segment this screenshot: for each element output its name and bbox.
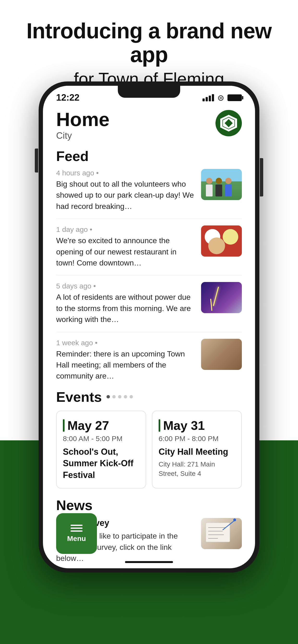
feed-divider	[56, 332, 242, 332]
feed-item-text: 5 days ago • A lot of residents are with…	[56, 282, 196, 325]
feed-image-food	[201, 226, 242, 256]
hamburger-icon	[71, 525, 83, 532]
home-title: Home	[56, 110, 109, 129]
battery-icon	[227, 94, 242, 101]
feed-item[interactable]: 5 days ago • A lot of residents are with…	[56, 282, 242, 325]
feed-section-title: Feed	[56, 148, 242, 164]
header-section: Introducing a brand new app for Town of …	[0, 19, 298, 89]
feed-image-storm	[201, 282, 242, 313]
feed-image-volunteers	[201, 169, 242, 200]
event-bar	[63, 419, 65, 432]
news-image-survey	[201, 518, 242, 549]
feed-item-text: 1 day ago • We're so excited to announce…	[56, 226, 196, 268]
events-dot-1[interactable]	[106, 395, 110, 398]
feed-time: 1 day ago •	[56, 226, 196, 234]
events-grid: May 27 8:00 AM - 5:00 PM School's Out, S…	[56, 411, 242, 489]
feed-body: Big shout out to all the volunteers who …	[56, 178, 196, 212]
phone-outer: 12:22 ⊜ Home	[39, 82, 259, 572]
feed-divider	[56, 218, 242, 219]
feed-body: We're so excited to announce the opening…	[56, 235, 196, 268]
svg-rect-3	[206, 523, 230, 542]
event-name-1: School's Out, Summer Kick-Off Festival	[63, 446, 139, 481]
feed-item-text: 1 week ago • Reminder: there is an upcom…	[56, 339, 196, 382]
event-location-2: City Hall: 271 Main Street, Suite 4	[159, 460, 235, 478]
news-section-title: News	[56, 497, 242, 513]
home-indicator	[125, 561, 173, 563]
home-header: Home City	[56, 110, 242, 141]
city-logo-icon	[219, 114, 238, 133]
feed-divider	[56, 275, 242, 275]
events-section-title: Events	[56, 389, 102, 405]
status-time: 12:22	[56, 92, 79, 103]
feed-time: 1 week ago •	[56, 339, 196, 347]
event-time-2: 6:00 PM - 8:00 PM	[159, 434, 235, 443]
phone-inner: 12:22 ⊜ Home	[43, 86, 255, 568]
app-content: Home City Feed	[43, 105, 255, 564]
event-card-2[interactable]: May 31 6:00 PM - 8:00 PM City Hall Meeti…	[152, 411, 242, 489]
event-card-1[interactable]: May 27 8:00 AM - 5:00 PM School's Out, S…	[56, 411, 146, 489]
feed-time: 5 days ago •	[56, 282, 196, 290]
events-dots	[106, 395, 133, 398]
wifi-icon: ⊜	[217, 93, 224, 102]
lightning-icon	[213, 287, 219, 306]
signal-icon	[203, 94, 214, 101]
bottom-menu: Menu	[56, 513, 97, 554]
feed-body: Reminder: there is an upcoming Town Hall…	[56, 348, 196, 382]
home-title-group: Home City	[56, 110, 109, 141]
svg-point-9	[233, 518, 236, 521]
event-name-2: City Hall Meeting	[159, 446, 235, 458]
event-date-2: May 31	[159, 418, 235, 433]
feed-image-townhall	[201, 339, 242, 370]
city-logo[interactable]	[215, 110, 242, 136]
events-dot-3[interactable]	[118, 395, 121, 398]
feed-time: 4 hours ago •	[56, 169, 196, 177]
feed-body: A lot of residents are without power due…	[56, 292, 196, 325]
feed-item[interactable]: 1 week ago • Reminder: there is an upcom…	[56, 339, 242, 382]
feed-item[interactable]: 1 day ago • We're so excited to announce…	[56, 226, 242, 268]
phone-mockup: 12:22 ⊜ Home	[39, 82, 259, 572]
event-time-1: 8:00 AM - 5:00 PM	[63, 434, 139, 443]
events-header: Events	[56, 389, 242, 405]
events-dot-2[interactable]	[112, 395, 116, 398]
header-title: Introducing a brand new app	[14, 19, 284, 66]
survey-illustration	[201, 518, 242, 549]
menu-label: Menu	[67, 534, 86, 543]
home-subtitle: City	[56, 130, 109, 141]
event-date-1: May 27	[63, 418, 139, 433]
phone-notch	[118, 86, 180, 98]
events-dot-5[interactable]	[129, 395, 133, 398]
menu-button[interactable]: Menu	[56, 513, 97, 554]
events-dot-4[interactable]	[124, 395, 127, 398]
feed-item[interactable]: 4 hours ago • Big shout out to all the v…	[56, 169, 242, 212]
event-bar	[159, 419, 160, 432]
status-icons: ⊜	[203, 93, 242, 102]
feed-item-text: 4 hours ago • Big shout out to all the v…	[56, 169, 196, 212]
